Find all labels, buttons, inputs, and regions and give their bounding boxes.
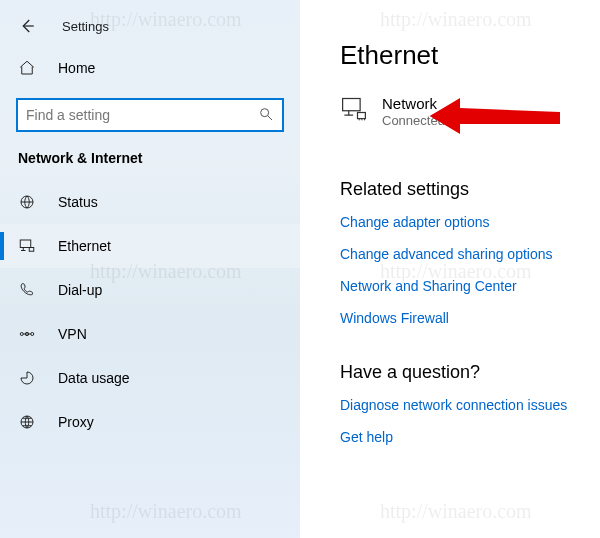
link-change-adapter[interactable]: Change adapter options [340,214,576,230]
content-pane: Ethernet Network Connected Related setti… [300,0,600,538]
app-title: Settings [62,19,109,34]
search-box[interactable] [16,98,284,132]
sidebar-item-label: Data usage [58,370,130,386]
network-status: Connected [382,113,445,129]
settings-window: Settings Home Network & Internet Status [0,0,600,538]
ethernet-icon [18,237,36,255]
svg-rect-8 [343,99,361,111]
svg-rect-9 [358,113,366,119]
network-entry[interactable]: Network Connected [340,95,576,129]
sidebar-item-dialup[interactable]: Dial-up [0,268,300,312]
search-wrap [0,90,300,142]
sidebar-item-label: Home [58,60,95,76]
sidebar-item-label: Proxy [58,414,94,430]
link-windows-firewall[interactable]: Windows Firewall [340,310,576,326]
sidebar-item-label: Ethernet [58,238,111,254]
link-network-sharing-center[interactable]: Network and Sharing Center [340,278,576,294]
proxy-icon [18,413,36,431]
related-settings-title: Related settings [340,179,576,200]
sidebar-item-label: VPN [58,326,87,342]
sidebar-item-home[interactable]: Home [0,46,300,90]
question-title: Have a question? [340,362,576,383]
titlebar: Settings [0,6,300,46]
section-header: Network & Internet [0,142,300,180]
network-text: Network Connected [382,95,445,129]
phone-icon [18,281,36,299]
svg-point-4 [20,333,23,336]
link-advanced-sharing[interactable]: Change advanced sharing options [340,246,576,262]
svg-point-0 [261,108,269,116]
network-name: Network [382,95,445,113]
sidebar-item-vpn[interactable]: VPN [0,312,300,356]
home-icon [18,59,36,77]
data-usage-icon [18,369,36,387]
sidebar: Settings Home Network & Internet Status [0,0,300,538]
link-diagnose[interactable]: Diagnose network connection issues [340,397,576,413]
svg-rect-3 [29,248,34,252]
page-title: Ethernet [340,40,576,71]
sidebar-item-label: Dial-up [58,282,102,298]
search-input[interactable] [26,107,258,123]
sidebar-item-ethernet[interactable]: Ethernet [0,224,300,268]
sidebar-item-status[interactable]: Status [0,180,300,224]
vpn-icon [18,325,36,343]
search-icon [258,106,274,125]
globe-icon [18,193,36,211]
back-icon[interactable] [18,17,36,35]
sidebar-item-label: Status [58,194,98,210]
sidebar-item-proxy[interactable]: Proxy [0,400,300,444]
sidebar-item-datausage[interactable]: Data usage [0,356,300,400]
svg-rect-2 [20,240,31,248]
link-get-help[interactable]: Get help [340,429,576,445]
network-monitor-icon [340,95,368,126]
svg-point-5 [31,333,34,336]
